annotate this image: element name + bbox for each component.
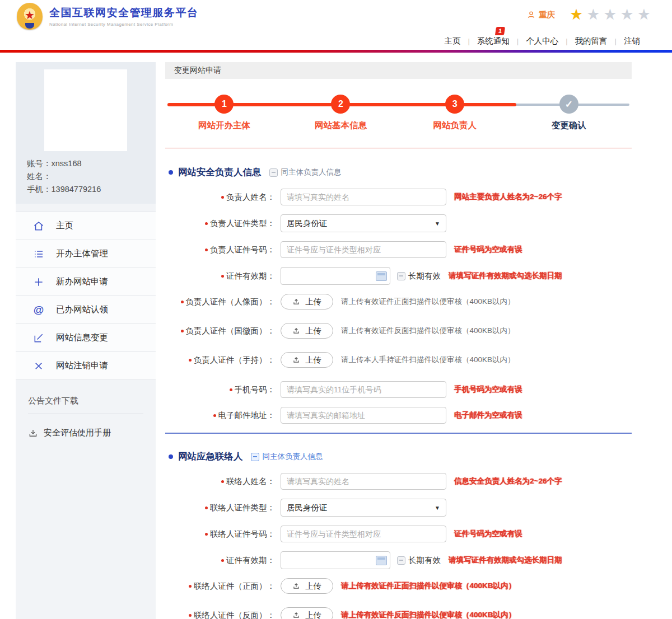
form-rows: 联络人姓名： 信息安全负责人姓名为2~26个字 联络人证件类型： 居民身份证 ▼…	[165, 473, 632, 619]
same-as-subject-checkbox[interactable]: 同主体负责人信息	[269, 167, 342, 177]
checkbox-icon[interactable]	[397, 556, 405, 565]
text-input[interactable]	[281, 381, 446, 398]
nav-item-notifications[interactable]: 系统通知1	[470, 36, 517, 46]
longterm-checkbox[interactable]: 长期有效	[397, 271, 441, 282]
select-input[interactable]: 居民身份证 ▼	[281, 499, 446, 517]
police-badge-logo: ★	[17, 3, 43, 30]
form-row: 负责人证件号码： 证件号码为空或有误	[165, 241, 632, 258]
field-label: 证件有效期：	[165, 555, 275, 566]
field-label: 联络人证件号码：	[165, 528, 275, 540]
field-label: 负责人证件号码：	[165, 244, 275, 255]
select-value: 居民身份证	[287, 218, 328, 229]
star-icon[interactable]: ★	[637, 7, 651, 22]
at-icon: @	[32, 304, 45, 316]
field-label: 联络人证件类型：	[165, 502, 275, 513]
list-icon	[32, 248, 45, 260]
field-label: 手机号码：	[165, 384, 275, 395]
home-icon	[32, 220, 45, 232]
page-title: 变更网站申请	[165, 62, 632, 79]
notification-badge: 1	[495, 27, 505, 35]
star-icon[interactable]: ★	[570, 7, 583, 22]
required-marker	[205, 533, 208, 536]
required-marker	[181, 301, 184, 303]
date-input[interactable]	[281, 551, 390, 569]
star-icon[interactable]: ★	[603, 7, 617, 22]
required-marker	[189, 614, 192, 617]
checkbox-icon[interactable]	[269, 168, 278, 177]
upload-icon	[292, 582, 300, 590]
required-marker	[189, 359, 192, 362]
nav-item-logout[interactable]: 注销	[617, 36, 647, 46]
longterm-checkbox[interactable]: 长期有效	[397, 555, 441, 566]
checkbox-icon[interactable]	[251, 453, 259, 461]
star-icon: ★	[25, 10, 35, 21]
nav-item-messages[interactable]: 我的留言	[568, 36, 615, 46]
field-hint: 证件号码为空或有误	[454, 245, 522, 255]
star-icon[interactable]: ★	[586, 7, 600, 22]
text-input[interactable]	[281, 241, 446, 258]
sidebar-item-home[interactable]: 主页	[16, 212, 156, 240]
required-marker	[205, 222, 208, 225]
upload-button[interactable]: 上传	[281, 578, 333, 594]
sidebar-item-cancel-website[interactable]: 网站注销申请	[16, 352, 156, 380]
upload-icon	[292, 298, 300, 306]
upload-icon	[292, 356, 300, 364]
text-input[interactable]	[281, 526, 446, 542]
brand: ★ 全国互联网安全管理服务平台 National Internet Securi…	[17, 3, 199, 30]
nav-item-home[interactable]: 主页	[437, 36, 468, 46]
section-title: 网站安全负责人信息	[178, 166, 262, 179]
required-marker	[205, 507, 208, 509]
sidebar-item-new-website[interactable]: 新办网站申请	[16, 268, 156, 296]
field-hint: 请上传有效证件正面扫描件以便审核（400KB以内）	[341, 581, 516, 591]
app-header: ★ 全国互联网安全管理服务平台 National Internet Securi…	[0, 0, 672, 32]
same-as-subject-checkbox[interactable]: 同主体负责人信息	[251, 452, 323, 462]
form-rows: 负责人姓名： 网站主要负责人姓名为2~26个字 负责人证件类型： 居民身份证 ▼…	[165, 189, 632, 424]
field-hint: 请上传本人手持证件扫描件以便审核（400KB以内）	[341, 355, 515, 365]
field-label: 负责人姓名：	[165, 191, 275, 203]
required-marker	[221, 196, 224, 199]
sidebar-item-claim-website[interactable]: @ 已办网站认领	[16, 296, 156, 324]
form-row: 负责人姓名： 网站主要负责人姓名为2~26个字	[165, 189, 632, 205]
star-icon[interactable]: ★	[620, 7, 634, 22]
text-input[interactable]	[281, 473, 446, 490]
sidebar-item-subject-management[interactable]: 开办主体管理	[16, 240, 156, 268]
form-row: 负责人证件类型： 居民身份证 ▼	[165, 214, 632, 232]
sidebar-item-change-info[interactable]: 网站信息变更	[16, 324, 156, 352]
text-input[interactable]	[281, 189, 446, 205]
user-location[interactable]: 重庆	[526, 10, 555, 20]
upload-button[interactable]: 上传	[281, 607, 333, 619]
close-icon	[32, 360, 45, 372]
field-hint: 请填写证件有效期或勾选长期日期	[449, 271, 562, 281]
field-hint: 网站主要负责人姓名为2~26个字	[454, 192, 562, 202]
field-label: 负责人证件（国徽面）：	[165, 325, 275, 336]
field-hint: 请上传有效证件反面扫描件以便审核（400KB以内）	[341, 610, 516, 619]
required-marker	[230, 388, 232, 391]
download-manual-link[interactable]: 安全评估使用手册	[28, 428, 143, 438]
form-row: 联络人证件（正面）： 上传 请上传有效证件正面扫描件以便审核（400KB以内）	[165, 578, 632, 594]
form-row: 证件有效期： 长期有效 请填写证件有效期或勾选长期日期	[165, 267, 632, 285]
text-input[interactable]	[281, 407, 446, 424]
nav-item-profile[interactable]: 个人中心	[519, 36, 566, 46]
date-input[interactable]	[281, 267, 390, 285]
select-input[interactable]: 居民身份证 ▼	[281, 214, 446, 232]
field-label: 负责人证件（手持）：	[165, 354, 275, 365]
calendar-icon[interactable]	[376, 271, 387, 281]
form-row: 电子邮件地址： 电子邮件为空或有误	[165, 407, 632, 424]
upload-icon	[292, 327, 300, 335]
upload-icon	[292, 611, 300, 619]
top-nav: 主页 | 系统通知1 | 个人中心 | 我的留言 | 注销	[0, 32, 672, 50]
upload-button[interactable]: 上传	[281, 352, 333, 368]
step-4-circle: ✓	[559, 95, 578, 114]
field-hint: 证件号码为空或有误	[454, 529, 522, 539]
form-row: 负责人证件（手持）： 上传 请上传本人手持证件扫描件以便审核（400KB以内）	[165, 352, 632, 368]
step-3-label: 网站负责人	[433, 120, 477, 132]
chevron-down-icon: ▼	[435, 221, 440, 227]
required-marker	[221, 275, 224, 278]
rating-stars[interactable]: ★★★★★	[570, 7, 651, 22]
step-1-circle: 1	[214, 95, 234, 114]
checkbox-icon[interactable]	[397, 272, 405, 280]
upload-button[interactable]: 上传	[281, 323, 333, 339]
calendar-icon[interactable]	[376, 556, 387, 565]
upload-button[interactable]: 上传	[281, 294, 333, 310]
form-row: 联络人姓名： 信息安全负责人姓名为2~26个字	[165, 473, 632, 490]
